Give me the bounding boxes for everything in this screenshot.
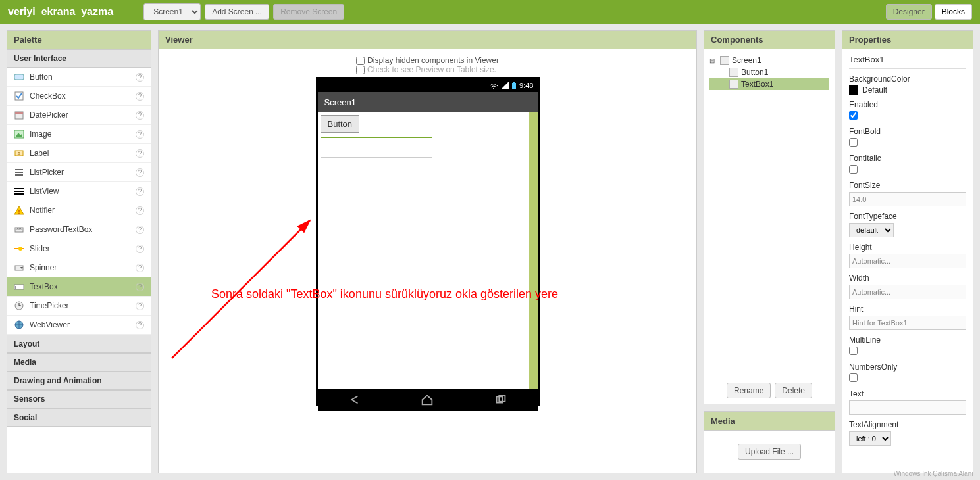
prop-text-input[interactable] [849,400,966,415]
palette-item-timepicker[interactable]: TimePicker ? [7,297,151,316]
prop-multiline-check[interactable] [849,347,858,355]
help-icon[interactable]: ? [136,321,144,329]
phone-screen[interactable]: Button [318,112,538,389]
listpicker-icon [14,167,24,178]
designer-button[interactable]: Designer [886,4,932,20]
palette-item-webviewer[interactable]: WebViewer ? [7,316,151,335]
button-icon [729,68,738,77]
svg-marker-28 [501,82,509,89]
prop-fontbold-label: FontBold [849,127,966,136]
rename-button[interactable]: Rename [727,383,771,398]
help-icon[interactable]: ? [136,149,144,158]
delete-button[interactable]: Delete [775,383,812,398]
phone-textbox1[interactable] [321,137,432,158]
prop-multiline-label: MultiLine [849,335,966,345]
palette-cat-layout[interactable]: Layout [7,335,151,353]
top-toolbar: veriyi_ekrana_yazma Screen1 Add Screen .… [0,0,980,24]
palette-item-slider[interactable]: Slider ? [7,239,151,258]
help-icon[interactable]: ? [136,92,144,101]
palette-item-button[interactable]: Button ? [7,68,151,87]
opt-tablet[interactable]: Check to see Preview on Tablet size. [356,65,499,74]
help-icon[interactable]: ? [136,206,144,215]
prop-numbersonly-check[interactable] [849,373,858,382]
add-screen-button[interactable]: Add Screen ... [205,4,269,20]
palette-cat-media[interactable]: Media [7,353,151,372]
blocks-button[interactable]: Blocks [935,4,972,20]
button-icon [14,72,24,82]
prop-height-label: Height [849,243,966,252]
prop-fonttypeface-label: FontTypeface [849,212,966,221]
collapse-icon[interactable]: ⊟ [709,57,717,64]
home-icon [420,393,434,407]
palette-item-passwordtextbox[interactable]: *** PasswordTextBox ? [7,220,151,239]
palette-item-spinner[interactable]: Spinner ? [7,258,151,277]
opt-hidden[interactable]: Display hidden components in Viewer [356,56,499,65]
properties-header: Properties [842,31,973,49]
palette-item-checkbox[interactable]: CheckBox ? [7,87,151,106]
svg-text:A: A [17,151,21,156]
svg-rect-29 [512,83,516,89]
viewer-panel: Viewer Display hidden components in View… [158,30,697,473]
components-header: Components [704,31,835,49]
prop-fontsize-input[interactable] [849,192,966,206]
help-icon[interactable]: ? [136,264,144,272]
palette-item-image[interactable]: Image ? [7,125,151,144]
prop-height-input[interactable] [849,254,966,268]
tree-textbox1[interactable]: TextBox1 [709,78,829,90]
prop-bgcolor-value[interactable]: Default [849,85,966,95]
help-icon[interactable]: ? [136,226,144,234]
prop-hint-input[interactable] [849,316,966,330]
prop-component-name: TextBox1 [849,55,966,69]
help-icon[interactable]: ? [136,168,144,177]
phone-screen-title: Screen1 [318,92,538,112]
image-icon [14,129,24,139]
svg-text:!: ! [18,208,20,215]
upload-file-button[interactable]: Upload File ... [738,444,801,460]
prop-fontbold-check[interactable] [849,138,858,147]
prop-width-input[interactable] [849,285,966,299]
wifi-icon [489,82,498,89]
palette-item-listpicker[interactable]: ListPicker ? [7,163,151,182]
remove-screen-button[interactable]: Remove Screen [273,4,344,20]
palette-item-label[interactable]: A Label ? [7,144,151,163]
spinner-icon [14,262,24,273]
webviewer-icon [14,320,24,330]
palette-cat-ui[interactable]: User Interface [7,49,151,68]
properties-panel: Properties TextBox1 BackgroundColor Defa… [842,30,973,473]
palette-cat-drawing[interactable]: Drawing and Animation [7,372,151,390]
phone-button1[interactable]: Button [321,115,360,133]
prop-textalign-select[interactable]: left : 0 [849,431,891,446]
prop-hint-label: Hint [849,304,966,314]
svg-rect-0 [14,74,24,80]
prop-fontitalic-check[interactable] [849,165,858,174]
help-icon[interactable]: ? [136,245,144,253]
back-icon [347,393,361,407]
textbox-icon [14,281,24,292]
screen-select[interactable]: Screen1 [143,3,201,20]
palette-panel: Palette User Interface Button ? CheckBox… [7,30,151,473]
prop-fonttypeface-select[interactable]: default [849,223,894,237]
help-icon[interactable]: ? [136,187,144,196]
palette-item-listview[interactable]: ListView ? [7,182,151,201]
help-icon[interactable]: ? [136,302,144,310]
svg-rect-10 [15,174,23,176]
timepicker-icon [14,300,24,311]
palette-item-textbox[interactable]: TextBox ? [7,277,151,297]
help-icon[interactable]: ? [136,73,144,82]
svg-text:***: *** [16,228,22,232]
palette-header: Palette [7,31,151,49]
help-icon[interactable]: ? [136,130,144,139]
palette-cat-social[interactable]: Social [7,408,151,427]
palette-cat-sensors[interactable]: Sensors [7,390,151,408]
prop-enabled-check[interactable] [849,111,858,120]
prop-textalign-label: TextAlignment [849,420,966,429]
tree-screen1[interactable]: ⊟ Screen1 [709,55,829,66]
help-icon[interactable]: ? [136,111,144,120]
palette-item-notifier[interactable]: ! Notifier ? [7,201,151,220]
tree-button1[interactable]: Button1 [709,66,829,78]
help-icon[interactable]: ? [136,283,144,291]
prop-bgcolor-label: BackgroundColor [849,74,966,84]
palette-item-datepicker[interactable]: DatePicker ? [7,106,151,125]
recent-icon [494,393,508,407]
media-header: Media [704,412,835,431]
